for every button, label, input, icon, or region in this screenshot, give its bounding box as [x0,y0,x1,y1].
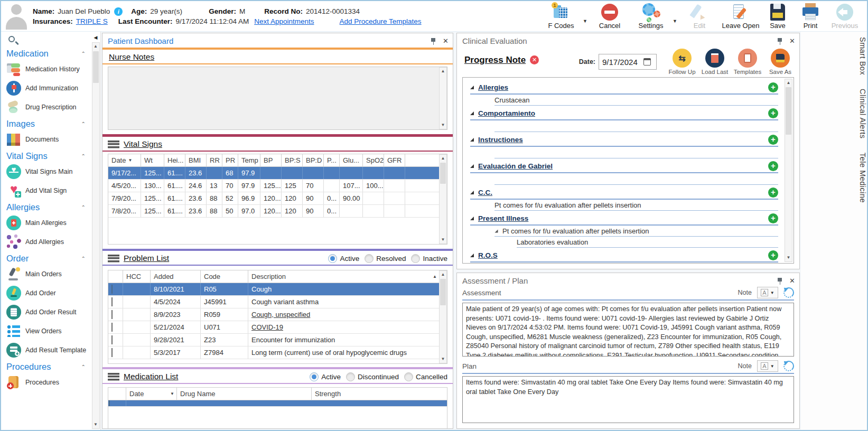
date-field[interactable] [599,54,657,70]
sidebar-scrollbar[interactable]: ▲▼ [92,42,100,429]
sidebar-item-add-result-template[interactable]: Add Result Template [6,341,88,360]
assessment-textarea[interactable]: Male patient of 29 year(s) of age comes … [462,303,794,357]
expander-icon[interactable] [470,254,474,257]
expander-icon[interactable] [470,217,474,220]
column-header[interactable]: GFR [384,154,405,166]
chevron-up-icon[interactable]: ⌃ [81,51,88,57]
sidebar-item-drug-prescription[interactable]: Drug Prescription [6,98,88,117]
delete-note-icon[interactable]: ✕ [530,55,539,64]
note-entry[interactable]: Laboratories evaluation [517,237,778,248]
info-icon[interactable]: i [114,7,123,16]
vitals-row[interactable]: 9/17/2...125...61....23.66897.9 [108,167,439,180]
expander-icon[interactable] [470,111,474,115]
templates-button[interactable]: Templates [734,49,761,75]
nurse-notes-scrollbar[interactable]: ▲▼ [439,67,447,129]
chevron-up-icon[interactable]: ⌃ [81,256,88,261]
note-entry[interactable] [494,147,778,158]
column-header[interactable]: BP:D [303,154,324,166]
column-header[interactable]: HCC [123,270,151,283]
sidebar-section-medication[interactable]: Medication⌃ [6,49,88,59]
search-icon[interactable] [7,35,19,46]
next-appointments-link[interactable]: Next Appointments [254,17,314,25]
tab-tele-medicine[interactable]: Tele Medicine [807,153,867,203]
note-entry[interactable]: Crustacean [494,95,778,106]
save-as-button[interactable]: Save As [767,49,794,75]
collapse-sidebar-icon[interactable]: ◀ [94,35,98,40]
expander-icon[interactable] [470,138,474,142]
filter-active-radio[interactable]: Active [328,254,359,263]
sidebar-item-documents[interactable]: Documents [6,130,88,149]
row-checkbox[interactable] [111,323,113,332]
column-header[interactable]: P... [324,154,340,166]
note-section-allergies[interactable]: Allergies+ [470,80,778,92]
row-checkbox[interactable] [111,348,113,357]
chevron-up-icon[interactable]: ⌃ [81,204,88,210]
sidebar-section-order[interactable]: Order⌃ [6,254,88,264]
pin-icon[interactable] [777,38,783,45]
problem-row[interactable]: 9/28/2021 Z23 Encounter for immunization [108,334,439,346]
add-icon[interactable]: + [768,161,778,171]
filter-inactive-radio[interactable]: Inactive [411,254,447,263]
follow-up-button[interactable]: ⇆Follow Up [668,49,696,75]
sidebar-section-vital-signs[interactable]: Vital Signs⌃ [6,151,88,161]
note-section-evaluacion[interactable]: Evaluación de Gabriel+ [470,158,778,171]
row-checkbox[interactable] [111,297,113,306]
chevron-up-icon[interactable]: ⌃ [81,121,88,127]
column-header[interactable]: Wt [141,154,164,166]
refresh-icon[interactable] [783,361,794,371]
cancel-button[interactable]: Cancel [590,3,629,30]
sidebar-section-allergies[interactable]: Allergies⌃ [6,202,88,212]
close-icon[interactable]: ✕ [789,37,795,45]
add-icon[interactable]: + [768,250,778,260]
column-header[interactable]: PR [222,154,238,166]
filter-cancelled-radio[interactable]: Cancelled [404,372,447,381]
menu-icon[interactable] [108,140,119,148]
note-section-cc[interactable]: C.C.+ [470,185,778,198]
settings-button[interactable]: Settings [631,3,670,30]
tab-smart-box[interactable]: Smart Box [807,37,867,75]
problem-row[interactable]: 5/3/2017 Z7984 Long term (current) use o… [108,346,439,359]
tab-clinical-alerts[interactable]: Clinical Alerts [807,89,867,139]
add-icon[interactable]: + [768,213,778,223]
close-icon[interactable]: ✕ [443,37,449,45]
expander-icon[interactable] [470,86,474,89]
fcodes-dropdown-caret[interactable]: ▼ [583,18,588,24]
note-entry[interactable] [494,173,778,185]
column-header[interactable]: Strength [312,388,447,400]
expander-icon[interactable] [470,191,474,194]
column-header[interactable]: Glu... [340,154,363,166]
leave-open-button[interactable]: Leave Open [721,3,760,30]
sidebar-item-main-orders[interactable]: Main Orders [6,265,88,284]
note-entry[interactable]: Pt comes for f/u evaluation after pellet… [494,226,778,237]
save-button[interactable]: Save [762,3,793,30]
add-icon[interactable]: + [768,188,778,198]
sidebar-item-vital-signs-main[interactable]: ♥Vital Signs Main [6,162,88,181]
vitals-row[interactable]: 4/5/20...130...61....24.6137097.9125...1… [108,180,439,192]
column-header[interactable]: Date▼ [126,388,177,400]
sidebar-item-main-allergies[interactable]: Main Allergies [6,213,88,232]
settings-dropdown-caret[interactable]: ▼ [673,18,678,24]
column-header[interactable]: Added [151,270,201,283]
vitals-row[interactable]: 7/9/20...125...61....23.6885296.9120...1… [108,192,439,205]
medication-row[interactable] [108,400,447,407]
column-header[interactable]: Date▼ [108,154,141,166]
problem-row[interactable]: 4/5/2024 J45991 Cough variant asthma [108,296,439,308]
assessment-note-style-button[interactable]: A▼ [757,287,778,298]
cell-link[interactable]: COVID-19 [248,321,439,333]
problem-row[interactable]: 8/10/2021 R05 Cough [108,283,439,296]
row-checkbox[interactable] [111,310,113,319]
pin-icon[interactable] [777,277,783,285]
insurance-link[interactable]: TRIPLE S [76,17,108,25]
column-header[interactable]: SpO2 [363,154,384,166]
sidebar-item-add-immunization[interactable]: Add Immunization [6,79,88,98]
add-procedure-templates-link[interactable]: Add Procedure Templates [340,17,422,25]
sidebar-section-procedures[interactable]: Procedures⌃ [6,362,88,372]
note-entry[interactable] [494,120,778,132]
calendar-icon[interactable] [643,58,651,65]
sidebar-item-add-order-result[interactable]: Add Order Result [6,303,88,322]
column-header[interactable]: BP [260,154,282,166]
sidebar-item-add-allergies[interactable]: Add Allergies [6,232,88,251]
column-header[interactable]: Description▲ [248,270,439,283]
fcodes-button[interactable]: 1 F Codes [542,3,581,30]
plan-note-style-button[interactable]: A▼ [757,360,778,372]
